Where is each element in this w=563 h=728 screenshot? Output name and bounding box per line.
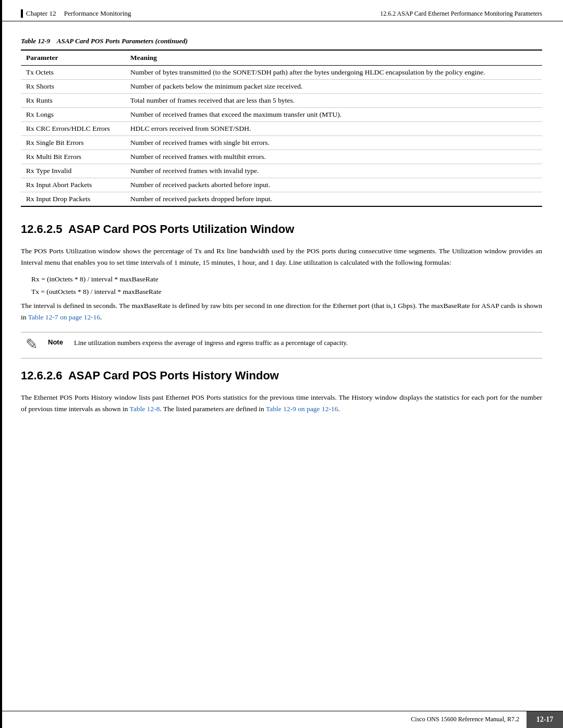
table-row: Rx Type InvalidNumber of received frames… [21, 164, 542, 178]
section2-mid-text: . The listed parameters are defined in [160, 405, 266, 413]
formula-rx: Rx = (inOctets * 8) / interval * maxBase… [31, 275, 542, 283]
param-cell: Rx Single Bit Errors [21, 136, 125, 150]
meaning-cell: Number of received packets dropped befor… [125, 192, 542, 207]
chapter-title: Performance Monitoring [64, 9, 131, 18]
param-cell: Rx CRC Errors/HDLC Errors [21, 122, 125, 136]
table12-9-link[interactable]: Table 12-9 on page 12-16 [266, 405, 338, 413]
header-section-ref: 12.6.2 ASAP Card Ethernet Performance Mo… [380, 10, 542, 18]
params-table: Parameter Meaning Tx OctetsNumber of byt… [21, 50, 542, 207]
table-row: Rx CRC Errors/HDLC ErrorsHDLC errors rec… [21, 122, 542, 136]
col-header-parameter: Parameter [21, 50, 125, 66]
table-row: Rx Input Drop PacketsNumber of received … [21, 192, 542, 207]
table-number: Table 12-9 [21, 37, 50, 45]
footer-manual: Cisco ONS 15600 Reference Manual, R7.2 [0, 711, 527, 728]
chapter-label: Chapter 12 [26, 9, 56, 18]
meaning-cell: Number of packets below the minimum pack… [125, 80, 542, 94]
table-row: Tx OctetsNumber of bytes transmitted (to… [21, 66, 542, 80]
note-content: Line utilization numbers express the ave… [74, 338, 348, 348]
param-cell: Rx Runts [21, 94, 125, 108]
table-title: ASAP Card POS Ports Parameters (continue… [57, 37, 188, 45]
footer-page-number: 12-17 [527, 711, 563, 728]
param-cell: Rx Input Drop Packets [21, 192, 125, 207]
section1-para2-post: . [100, 313, 102, 321]
section2-end-text: . [338, 405, 339, 413]
note-pencil-icon: ✎ [21, 336, 42, 353]
note-label: Note [48, 338, 68, 346]
formula-tx: Tx = (outOctets * 8) / interval * maxBas… [31, 288, 542, 296]
page-footer: Cisco ONS 15600 Reference Manual, R7.2 1… [0, 711, 563, 728]
param-cell: Rx Multi Bit Errors [21, 150, 125, 164]
header-left: Chapter 12 Performance Monitoring [21, 9, 131, 18]
left-border [0, 0, 2, 728]
table-row: Rx Multi Bit ErrorsNumber of received fr… [21, 150, 542, 164]
param-cell: Rx Type Invalid [21, 164, 125, 178]
table-caption: Table 12-9 ASAP Card POS Ports Parameter… [21, 37, 542, 45]
section-heading-1: 12.6.2.5 ASAP Card POS Ports Utilization… [21, 223, 542, 236]
header-bar-icon [21, 9, 23, 18]
meaning-cell: HDLC errors received from SONET/SDH. [125, 122, 542, 136]
table12-8-link[interactable]: Table 12-8 [130, 405, 160, 413]
meaning-cell: Number of received frames with invalid t… [125, 164, 542, 178]
param-cell: Rx Shorts [21, 80, 125, 94]
section-heading-2: 12.6.2.6 ASAP Card POS Ports History Win… [21, 369, 542, 382]
param-cell: Rx Longs [21, 108, 125, 122]
section2-para1: The Ethernet POS Ports History window li… [21, 392, 542, 414]
section1-para2: The interval is defined in seconds. The … [21, 300, 542, 323]
table-row: Rx Single Bit ErrorsNumber of received f… [21, 136, 542, 150]
table-row: Rx Input Abort PacketsNumber of received… [21, 178, 542, 192]
page-content: Table 12-9 ASAP Card POS Ports Parameter… [0, 21, 563, 443]
meaning-cell: Total number of frames received that are… [125, 94, 542, 108]
param-cell: Rx Input Abort Packets [21, 178, 125, 192]
table-row: Rx ShortsNumber of packets below the min… [21, 80, 542, 94]
table-row: Rx RuntsTotal number of frames received … [21, 94, 542, 108]
col-header-meaning: Meaning [125, 50, 542, 66]
section1-para1: The POS Ports Utilization window shows t… [21, 245, 542, 268]
note-box: ✎ Note Line utilization numbers express … [21, 332, 542, 359]
meaning-cell: Number of received packets aborted befor… [125, 178, 542, 192]
page-header: Chapter 12 Performance Monitoring 12.6.2… [0, 0, 563, 21]
meaning-cell: Number of bytes transmitted (to the SONE… [125, 66, 542, 80]
table-row: Rx LongsNumber of received frames that e… [21, 108, 542, 122]
meaning-cell: Number of received frames with multibit … [125, 150, 542, 164]
table12-7-link[interactable]: Table 12-7 on page 12-16 [28, 313, 101, 321]
meaning-cell: Number of received frames that exceed th… [125, 108, 542, 122]
meaning-cell: Number of received frames with single bi… [125, 136, 542, 150]
param-cell: Tx Octets [21, 66, 125, 80]
